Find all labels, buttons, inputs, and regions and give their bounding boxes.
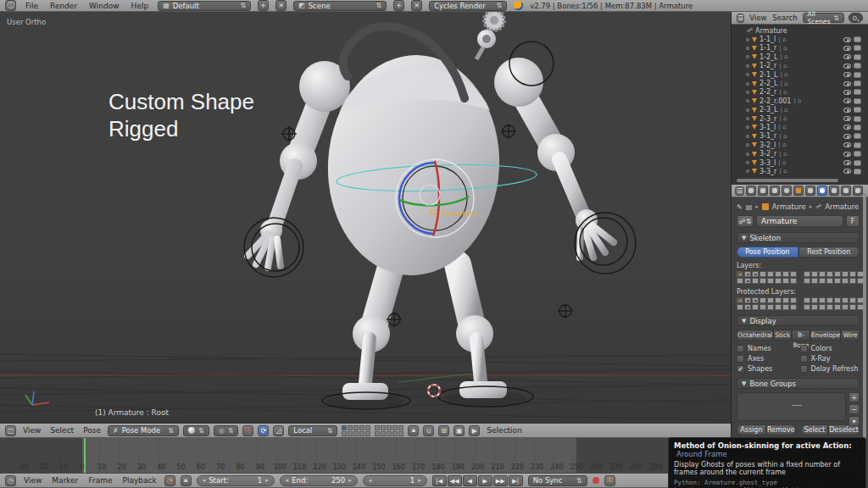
checkbox-icon[interactable] [800, 355, 808, 363]
layer-toggle[interactable] [826, 278, 833, 284]
layer-toggle[interactable] [737, 278, 743, 284]
manipulator-translate-icon[interactable]: ✛ [242, 425, 253, 436]
layer-toggle[interactable] [752, 271, 759, 277]
expand-toggle-icon[interactable] [746, 152, 749, 156]
scene-layer-toggle[interactable] [398, 431, 403, 436]
outliner-bone-row[interactable]: 1-2_r | ⌂ [735, 62, 861, 70]
layer-toggle[interactable] [849, 297, 856, 303]
tab-world-icon[interactable] [782, 186, 792, 196]
layer-toggle[interactable] [849, 278, 856, 284]
renderability-icon[interactable] [854, 116, 861, 122]
menu-view[interactable]: View [20, 426, 43, 435]
delete-scene-button[interactable]: ✕ [411, 0, 422, 11]
transform-orientation-selector[interactable]: Local⇅ [288, 425, 337, 436]
opengl-render-icon[interactable]: ▣ [453, 425, 465, 436]
outliner-bone-row[interactable]: 2-3_L | ⌂ [735, 106, 861, 114]
pose-position-button[interactable]: Pose Position [737, 247, 798, 258]
bone-groups-list[interactable] [737, 392, 846, 421]
scene-layer-toggle[interactable] [348, 431, 353, 436]
menu-tl-view[interactable]: View [21, 476, 44, 485]
layer-toggle[interactable] [842, 271, 849, 277]
visibility-eye-icon[interactable] [843, 37, 851, 42]
manipulator-rotate-icon[interactable]: ⟳ [258, 425, 269, 436]
menu-file[interactable]: File [23, 2, 41, 10]
timeline-playhead[interactable] [84, 438, 86, 473]
frame-start-field[interactable]: ◂Start: 1▸ [197, 475, 275, 486]
tab-armature-data-icon[interactable] [817, 186, 827, 196]
renderability-icon[interactable] [854, 80, 861, 86]
checkbox-icon[interactable] [800, 345, 808, 352]
scene-layer-toggle[interactable] [392, 431, 398, 436]
layer-toggle[interactable] [790, 304, 797, 310]
layer-toggle[interactable] [752, 304, 759, 310]
auto-keyframe-record-icon[interactable] [593, 477, 599, 484]
outliner-bone-row[interactable]: 3-2_r | ⌂ [735, 149, 861, 158]
tab-bone-icon[interactable] [829, 186, 839, 196]
display-mode-button[interactable]: Envelope [810, 330, 842, 341]
frame-end-field[interactable]: ◂End: 250▸ [280, 475, 358, 486]
outliner-bone-row[interactable]: 3-1_l | ⌂ [735, 123, 861, 131]
layer-toggle[interactable] [782, 304, 789, 310]
bone-group-specials-icon[interactable]: ▾ [849, 416, 860, 426]
menu-marker[interactable]: Marker [49, 476, 81, 485]
remove-button[interactable]: Remove [766, 424, 796, 435]
layer-toggle[interactable] [811, 304, 818, 310]
armature-layers-block2[interactable] [804, 271, 864, 284]
layer-toggle[interactable] [775, 278, 782, 284]
renderability-icon[interactable] [854, 151, 861, 157]
outliner-bone-row[interactable]: 3-3_r | ⌂ [735, 167, 861, 175]
scene-layer-toggle[interactable] [353, 425, 359, 430]
scene-layer-toggle[interactable] [359, 431, 364, 436]
layer-toggle[interactable] [737, 304, 743, 310]
scene-layer-toggle[interactable] [353, 431, 359, 436]
expand-toggle-icon[interactable] [746, 82, 749, 86]
display-mode-button[interactable]: B-Bone [792, 330, 810, 341]
tab-scene-icon[interactable] [770, 186, 780, 196]
add-bone-group-button[interactable]: + [849, 392, 860, 402]
timeline-track[interactable]: -30-20-100102030405060708090100110120130… [0, 438, 731, 473]
layer-toggle[interactable] [744, 271, 751, 277]
outliner-bone-row[interactable]: 1-2_L | ⌂ [735, 53, 861, 61]
visibility-eye-icon[interactable] [843, 125, 851, 130]
scene-layer-toggle[interactable] [381, 425, 386, 430]
skeleton-panel-header[interactable]: ▼Skeleton [737, 232, 860, 243]
outliner-bone-row[interactable]: 1-1_r | ⌂ [735, 44, 861, 53]
scene-layer-toggle[interactable] [365, 431, 370, 436]
bone-groups-panel-header[interactable]: ▼Bone Groups [737, 378, 860, 389]
renderability-icon[interactable] [854, 98, 861, 104]
fake-user-button[interactable]: F [846, 215, 860, 227]
visibility-eye-icon[interactable] [843, 160, 851, 165]
layer-toggle[interactable] [767, 278, 774, 284]
menu-select[interactable]: Select [47, 426, 76, 435]
transport-button[interactable]: ◀◀ [448, 475, 462, 486]
browse-id-icon[interactable]: ▤ [746, 203, 753, 211]
layer-toggle[interactable] [804, 271, 810, 277]
menu-playback[interactable]: Playback [120, 476, 159, 485]
visibility-eye-icon[interactable] [843, 116, 851, 121]
scene-layer-toggle[interactable] [359, 425, 364, 430]
layer-toggle[interactable] [826, 297, 833, 303]
layer-toggle[interactable] [811, 271, 818, 277]
visibility-eye-icon[interactable] [843, 81, 851, 86]
visibility-eye-icon[interactable] [843, 90, 851, 95]
layer-toggle[interactable] [826, 304, 833, 310]
visibility-eye-icon[interactable] [843, 134, 851, 139]
layer-toggle[interactable] [767, 297, 774, 303]
tab-render-layers-icon[interactable] [758, 186, 768, 196]
renderability-icon[interactable] [854, 45, 861, 51]
layer-toggle[interactable] [760, 304, 766, 310]
viewport-layers-block2[interactable] [375, 425, 403, 436]
viewport-layers-block1[interactable] [342, 425, 370, 436]
outliner-bone-row[interactable]: 2-3_r | ⌂ [735, 114, 861, 123]
expand-toggle-icon[interactable] [746, 161, 749, 164]
layer-toggle[interactable] [819, 297, 826, 303]
visibility-eye-icon[interactable] [843, 169, 851, 174]
mode-selector[interactable]: ✗ Pose Mode⇅ [108, 425, 179, 436]
layer-toggle[interactable] [775, 271, 782, 277]
outliner-bone-row[interactable]: 3-2_l | ⌂ [735, 141, 861, 149]
layer-toggle[interactable] [842, 304, 849, 310]
armature-layers-block1[interactable] [737, 271, 797, 284]
protected-layers-block1[interactable] [737, 297, 797, 310]
outliner-bone-row[interactable]: 2-2_r | ⌂ [735, 88, 861, 97]
expand-toggle-icon[interactable] [746, 169, 749, 173]
